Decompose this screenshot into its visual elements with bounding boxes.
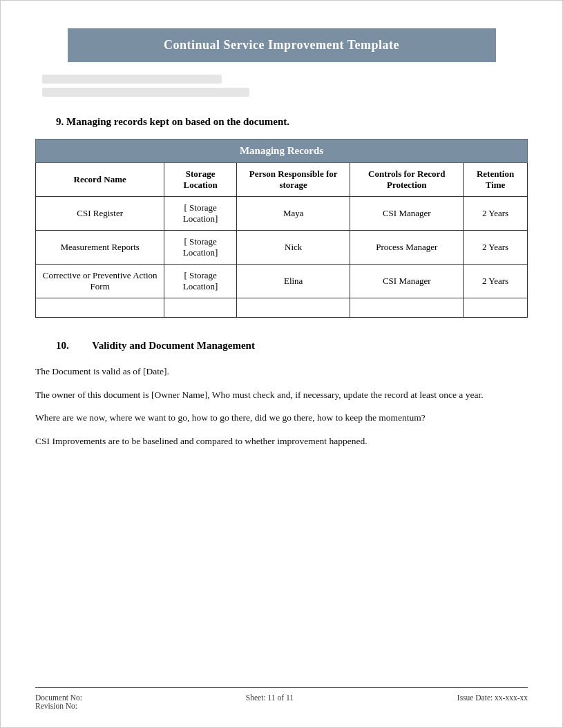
col-record-name: Record Name [36,163,164,197]
cell-controls-1: CSI Manager [350,197,464,231]
col-person-responsible: Person Responsible for storage [236,163,350,197]
title-box: Continual Service Improvement Template [68,28,496,62]
document-title: Continual Service Improvement Template [164,38,399,52]
blurred-section [42,75,528,97]
cell-record-name-1: CSI Register [36,197,164,231]
footer-right: Issue Date: xx-xxx-xx [457,693,528,710]
cell-storage-2: [ Storage Location] [164,231,237,265]
managing-records-table: Managing Records Record Name Storage Loc… [35,139,528,318]
doc-no-label: Document No: [35,693,82,702]
cell-person-3: Elina [236,265,350,298]
cell-person-1: Maya [236,197,350,231]
cell-record-name-2: Measurement Reports [36,231,164,265]
footer: Document No: Revision No: Sheet: 11 of 1… [35,687,528,710]
footer-left: Document No: Revision No: [35,693,82,710]
section10-num: 10. [56,340,69,351]
table-empty-row [36,298,528,318]
revision-no-label: Revision No: [35,702,82,710]
cell-storage-3: [ Storage Location] [164,265,237,298]
cell-retention-1: 2 Years [464,197,528,231]
table-row: Corrective or Preventive Action Form [ S… [36,265,528,298]
table-row: CSI Register [ Storage Location] Maya CS… [36,197,528,231]
cell-controls-3: CSI Manager [350,265,464,298]
sheet-label: Sheet: 11 of 11 [246,693,294,702]
table-title-cell: Managing Records [36,140,528,163]
section10-para4: CSI Improvements are to be baselined and… [35,434,528,449]
section10-para3: Where are we now, where we want to go, h… [35,410,528,425]
col-retention: Retention Time [464,163,528,197]
document-page: Continual Service Improvement Template 9… [0,0,563,728]
cell-person-2: Nick [236,231,350,265]
blurred-line-2 [42,88,249,97]
cell-retention-3: 2 Years [464,265,528,298]
footer-content: Document No: Revision No: Sheet: 11 of 1… [35,693,528,710]
table-row: Measurement Reports [ Storage Location] … [36,231,528,265]
cell-storage-1: [ Storage Location] [164,197,237,231]
issue-date-label: Issue Date: xx-xxx-xx [457,693,528,702]
section10-para2: The owner of this document is [Owner Nam… [35,387,528,403]
section10-title: Validity and Document Management [92,340,255,351]
table-title-row: Managing Records [36,140,528,163]
col-storage-location: Storage Location [164,163,237,197]
section10-para1: The Document is valid as of [Date]. [35,364,528,379]
col-controls: Controls for Record Protection [350,163,464,197]
section9-heading: 9. Managing records kept on based on the… [56,116,528,128]
section10-heading: 10. Validity and Document Management [56,340,528,352]
footer-center: Sheet: 11 of 11 [246,693,294,710]
blurred-line-1 [42,75,222,84]
footer-divider [35,687,528,688]
cell-controls-2: Process Manager [350,231,464,265]
table-header-row: Record Name Storage Location Person Resp… [36,163,528,197]
cell-record-name-3: Corrective or Preventive Action Form [36,265,164,298]
cell-retention-2: 2 Years [464,231,528,265]
